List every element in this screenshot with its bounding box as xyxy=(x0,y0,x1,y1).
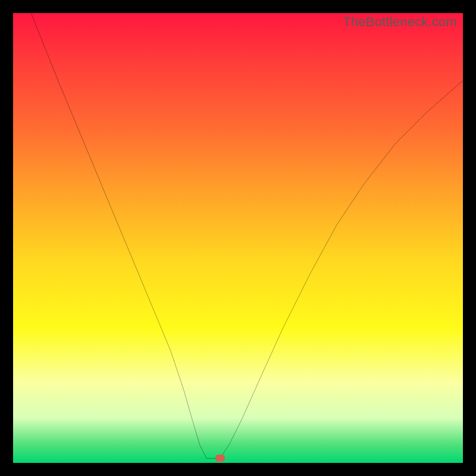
chart-frame: TheBottleneck.com xyxy=(0,0,476,476)
bottleneck-curve xyxy=(13,13,463,463)
minimum-marker xyxy=(215,455,225,462)
curve-right-branch xyxy=(220,80,463,458)
curve-left-branch xyxy=(31,13,206,458)
plot-area: TheBottleneck.com xyxy=(13,13,463,463)
